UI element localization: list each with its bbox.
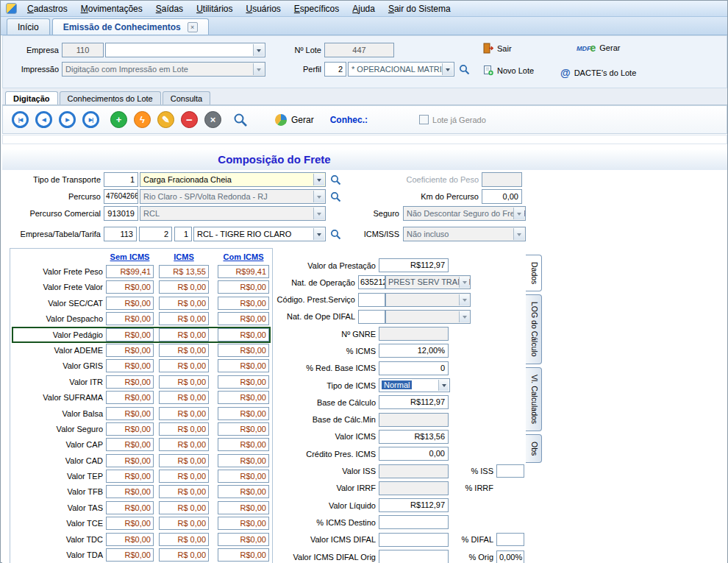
value-input[interactable] bbox=[379, 464, 449, 478]
menu-item-espec-ficos[interactable]: Específicos bbox=[288, 1, 346, 16]
value-input[interactable]: R$112,97 bbox=[379, 395, 449, 409]
icms-value[interactable]: R$ 0,00 bbox=[159, 517, 209, 530]
tab-emissao-conhecimentos[interactable]: Emissão de Conhecimentos × bbox=[52, 18, 209, 35]
com-icms-value[interactable]: R$0,00 bbox=[218, 517, 269, 530]
com-icms-value[interactable]: R$0,00 bbox=[218, 438, 269, 451]
com-icms-value[interactable]: R$0,00 bbox=[218, 280, 269, 294]
value-input[interactable]: R$112,97 bbox=[379, 498, 449, 512]
ett-tarifa-input[interactable]: 1 bbox=[174, 227, 192, 241]
lote-input[interactable]: 447 bbox=[324, 43, 394, 57]
sem-icms-value[interactable]: R$0,00 bbox=[106, 422, 154, 436]
search-icon[interactable] bbox=[330, 191, 341, 202]
subtab-digitacao[interactable]: Digitação bbox=[5, 91, 58, 105]
sair-button[interactable]: Sair bbox=[483, 43, 512, 54]
empresa-code-input[interactable]: 110 bbox=[62, 43, 104, 57]
icms-value[interactable]: R$ 13,55 bbox=[159, 265, 209, 278]
post-record-icon[interactable]: ϟ bbox=[134, 111, 151, 128]
sem-icms-value[interactable]: R$0,00 bbox=[106, 485, 154, 498]
icms-value[interactable]: R$ 0,00 bbox=[159, 548, 209, 562]
icms-value[interactable]: R$ 0,00 bbox=[159, 375, 209, 389]
last-record-icon[interactable]: ▶| bbox=[82, 111, 99, 128]
com-icms-value[interactable]: R$0,00 bbox=[218, 297, 269, 310]
sem-icms-value[interactable]: R$99,41 bbox=[106, 265, 154, 278]
com-icms-value[interactable]: R$0,00 bbox=[218, 344, 269, 357]
com-icms-value[interactable]: R$0,00 bbox=[218, 328, 269, 341]
value-input[interactable] bbox=[379, 550, 449, 563]
icms-value[interactable]: R$ 0,00 bbox=[159, 391, 209, 404]
code-input[interactable] bbox=[358, 310, 385, 324]
icms-value[interactable]: R$ 0,00 bbox=[159, 533, 209, 546]
value-input[interactable] bbox=[379, 515, 449, 529]
edit-record-icon[interactable]: ✎ bbox=[157, 111, 174, 128]
cancel-edit-icon[interactable]: × bbox=[204, 111, 221, 128]
value-input[interactable]: 0,00 bbox=[379, 447, 449, 461]
seguro-combo[interactable]: Não Descontar Seguro do Frete P bbox=[403, 206, 526, 221]
icms-iss-combo[interactable]: Não incluso bbox=[403, 227, 526, 241]
coeficiente-peso-input[interactable] bbox=[482, 172, 522, 187]
icms-value[interactable]: R$ 0,00 bbox=[159, 422, 209, 436]
com-icms-value[interactable]: R$0,00 bbox=[218, 485, 269, 498]
value-input[interactable] bbox=[379, 481, 449, 495]
menu-item-utilit-rios[interactable]: Utilitários bbox=[190, 1, 239, 16]
icms-value[interactable]: R$ 0,00 bbox=[159, 501, 209, 514]
value-input[interactable] bbox=[379, 413, 449, 427]
value-combo[interactable] bbox=[385, 310, 471, 324]
value-input[interactable]: 12,00% bbox=[379, 344, 449, 358]
menu-item-sair-do-sistema[interactable]: Sair do Sistema bbox=[382, 1, 457, 16]
percurso-combo[interactable]: Rio Claro - SP/Volta Redonda - RJ bbox=[140, 189, 326, 204]
sem-icms-value[interactable]: R$0,00 bbox=[106, 359, 154, 372]
tipo-transporte-code-input[interactable]: 1 bbox=[104, 172, 138, 187]
icms-value[interactable]: R$ 0,00 bbox=[159, 470, 209, 483]
sem-icms-value[interactable]: R$0,00 bbox=[106, 517, 154, 530]
sem-icms-value[interactable]: R$0,00 bbox=[106, 501, 154, 514]
sem-icms-value[interactable]: R$0,00 bbox=[106, 375, 154, 389]
tarifa-combo[interactable]: RCL - TIGRE RIO CLARO bbox=[193, 227, 326, 241]
sem-icms-value[interactable]: R$0,00 bbox=[106, 470, 154, 483]
ett-empresa-input[interactable]: 113 bbox=[104, 227, 137, 241]
sem-icms-value[interactable]: R$0,00 bbox=[106, 407, 154, 420]
com-icms-value[interactable]: R$0,00 bbox=[218, 359, 269, 372]
chevron-down-icon[interactable] bbox=[313, 191, 324, 202]
perfil-code-input[interactable]: 2 bbox=[324, 62, 346, 77]
chevron-down-icon[interactable] bbox=[459, 277, 469, 288]
value-input[interactable] bbox=[379, 533, 449, 547]
lote-gerado-checkbox[interactable]: Lote já Gerado bbox=[419, 115, 486, 124]
subtab-consulta[interactable]: Consulta bbox=[163, 91, 210, 105]
menu-item-cadastros[interactable]: Cadastros bbox=[21, 1, 74, 16]
value-combo[interactable] bbox=[385, 293, 471, 307]
icms-value[interactable]: R$ 0,00 bbox=[159, 359, 209, 372]
com-icms-value[interactable]: R$0,00 bbox=[218, 391, 269, 404]
chevron-down-icon[interactable] bbox=[313, 208, 324, 219]
empresa-combo[interactable] bbox=[105, 43, 265, 57]
com-icms-value[interactable]: R$0,00 bbox=[218, 501, 269, 514]
chevron-down-icon[interactable] bbox=[513, 228, 524, 240]
sem-icms-value[interactable]: R$0,00 bbox=[106, 438, 154, 451]
close-tab-icon[interactable]: × bbox=[188, 22, 198, 32]
prior-record-icon[interactable]: ◀ bbox=[35, 111, 52, 128]
tipo-transporte-combo[interactable]: Carga Fracionada Cheia bbox=[140, 172, 326, 187]
com-icms-value[interactable]: R$0,00 bbox=[218, 375, 269, 389]
side-tab-obs[interactable]: Obs bbox=[526, 434, 542, 463]
sem-icms-value[interactable]: R$0,00 bbox=[106, 280, 154, 294]
sem-icms-value[interactable]: R$0,00 bbox=[106, 344, 154, 357]
gerar-mdfe-button[interactable]: MDFe Gerar bbox=[577, 43, 620, 52]
perfil-combo[interactable]: * OPERACIONAL MATRIZ bbox=[348, 62, 454, 77]
icms-value[interactable]: R$ 0,00 bbox=[159, 280, 209, 294]
side-tab-log-do-c-lculo[interactable]: LOG do Cálculo bbox=[526, 294, 542, 364]
sem-icms-value[interactable]: R$0,00 bbox=[106, 533, 154, 546]
icms-value[interactable]: R$ 0,00 bbox=[159, 328, 209, 341]
search-icon[interactable] bbox=[233, 113, 248, 127]
chevron-down-icon[interactable] bbox=[253, 44, 264, 56]
sem-icms-value[interactable]: R$0,00 bbox=[106, 454, 154, 467]
side-tab-vl-calculados[interactable]: Vl. Calculados bbox=[526, 367, 542, 431]
search-icon[interactable] bbox=[459, 64, 470, 75]
value-combo[interactable]: PREST SERV TRANSP bbox=[385, 275, 471, 289]
value-input[interactable]: R$112,97 bbox=[379, 258, 449, 272]
sem-icms-value[interactable]: R$0,00 bbox=[106, 328, 154, 341]
sem-icms-value[interactable]: R$0,00 bbox=[106, 548, 154, 562]
dacte-button[interactable]: @ DACTE's do Lote bbox=[560, 67, 636, 79]
sem-icms-value[interactable]: R$0,00 bbox=[106, 312, 154, 325]
com-icms-value[interactable]: R$0,00 bbox=[218, 312, 269, 325]
checkbox-icon[interactable] bbox=[419, 115, 429, 124]
menu-item-sa-das[interactable]: Saídas bbox=[149, 1, 190, 16]
